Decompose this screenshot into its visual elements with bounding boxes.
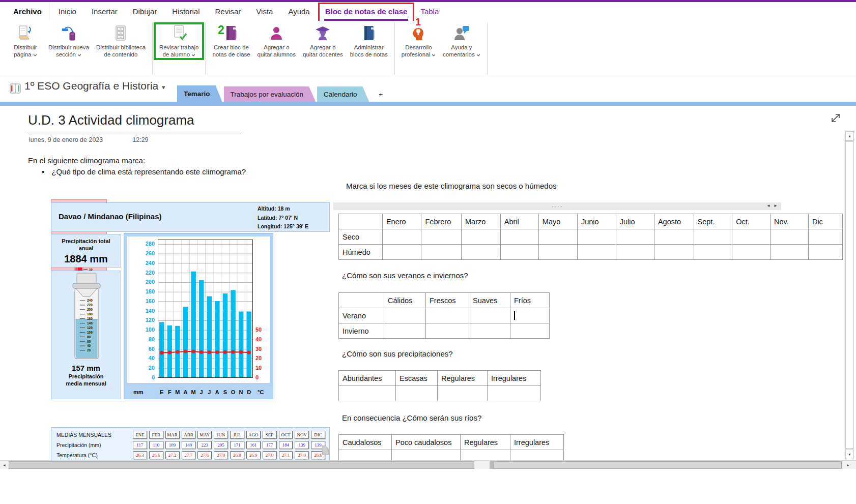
column-header-cell[interactable]: Irregulares xyxy=(510,435,564,450)
answer-cell[interactable] xyxy=(500,245,538,260)
question-summer-winter[interactable]: ¿Cómo son sus veranos e inviernos? xyxy=(342,271,468,280)
answer-cell[interactable] xyxy=(654,245,694,260)
scrollbar-splitter[interactable] xyxy=(490,461,493,469)
column-header-cell[interactable]: Escasas xyxy=(396,371,438,386)
expand-page-icon[interactable] xyxy=(830,112,842,124)
menu-item-bloc-de-notas-de-clase[interactable]: Bloc de notas de clase xyxy=(322,2,411,21)
column-header-cell[interactable]: Regulares xyxy=(438,371,488,386)
ribbon-button-distribuir-biblioteca-de-contenido[interactable]: Distribuir bibliotecade contenido xyxy=(93,22,149,58)
ribbon-button-ayuda-y-comentarios[interactable]: Ayuda ycomentarios xyxy=(439,22,484,58)
row-label-cell[interactable]: Verano xyxy=(339,308,384,323)
answer-cell[interactable] xyxy=(488,386,541,401)
answer-cell[interactable] xyxy=(577,229,616,245)
ribbon-button-distribuir-p-gina[interactable]: Distribuirpágina xyxy=(6,22,45,58)
corner-cell[interactable] xyxy=(339,214,383,229)
row-label-cell[interactable]: Seco xyxy=(339,229,383,245)
table-scroll-arrows[interactable]: ◄ ► xyxy=(766,203,779,208)
question-rivers[interactable]: En consecuencia ¿Cómo serán sus ríos? xyxy=(342,413,481,422)
climogram-image[interactable]: Davao / Mindanao (Filipinas) Altitud: 18… xyxy=(51,199,330,431)
column-header-cell[interactable]: Frescos xyxy=(426,293,469,308)
menu-item-revisar[interactable]: Revisar xyxy=(212,2,244,21)
menu-item-dibujar[interactable]: Dibujar xyxy=(130,2,160,21)
column-header-cell[interactable]: Marzo xyxy=(462,214,501,229)
column-header-cell[interactable]: Mayo xyxy=(538,214,577,229)
column-header-cell[interactable]: Caudalosos xyxy=(339,435,392,450)
horizontal-scroll-thumb[interactable] xyxy=(9,461,474,469)
section-tab-+[interactable]: + xyxy=(370,86,394,102)
menu-item-tabla[interactable]: Tabla xyxy=(417,2,442,21)
section-tab-trabajos-por-evaluaci-n[interactable]: Trabajos por evaluación xyxy=(224,86,316,102)
answer-cell[interactable] xyxy=(426,323,469,339)
row-label-cell[interactable]: Húmedo xyxy=(339,245,383,260)
vertical-scroll-thumb[interactable] xyxy=(845,141,854,449)
ribbon-button-revisar-trabajo-de-alumno[interactable]: Revisar trabajode alumno xyxy=(156,22,202,58)
notebook-dropdown-icon[interactable]: ▾ xyxy=(162,83,165,91)
answer-cell[interactable] xyxy=(694,229,732,245)
column-header-cell[interactable]: Enero xyxy=(382,214,421,229)
menu-item-archivo[interactable]: Archivo xyxy=(6,2,49,21)
answer-cell[interactable] xyxy=(538,229,577,245)
column-header-cell[interactable]: Irregulares xyxy=(488,371,541,386)
secondary-scroll-region[interactable] xyxy=(493,461,842,469)
column-header-cell[interactable]: Fríos xyxy=(510,293,550,308)
column-header-cell[interactable]: Regulares xyxy=(461,435,510,450)
answer-cell[interactable] xyxy=(510,323,550,339)
answer-cell[interactable] xyxy=(770,245,808,260)
page-title[interactable]: U.D. 3 Actividad climograma xyxy=(28,112,194,128)
answer-cell[interactable] xyxy=(339,386,396,401)
section-tab-calendario[interactable]: Calendario xyxy=(317,86,369,102)
answer-cell[interactable] xyxy=(500,229,538,245)
ribbon-button-agregar-o-quitar-docentes[interactable]: Agregar oquitar docentes xyxy=(299,22,347,58)
column-header-cell[interactable]: Sept. xyxy=(694,214,732,229)
answer-cell[interactable] xyxy=(339,450,392,461)
menu-item-ayuda[interactable]: Ayuda xyxy=(285,2,312,21)
menu-item-insertar[interactable]: Insertar xyxy=(89,2,121,21)
page-curl-icon[interactable] xyxy=(321,444,331,458)
column-header-cell[interactable]: Febrero xyxy=(421,214,462,229)
answer-cell[interactable] xyxy=(577,245,616,260)
answer-cell[interactable] xyxy=(510,450,564,461)
answer-cell[interactable] xyxy=(808,245,842,260)
column-header-cell[interactable]: Oct. xyxy=(732,214,771,229)
scroll-right-button[interactable]: ► xyxy=(844,461,852,468)
menu-item-historial[interactable]: Historial xyxy=(169,2,203,21)
menu-item-inicio[interactable]: Inicio xyxy=(55,2,79,21)
ribbon-button-administrar-blocs-de-notas[interactable]: Administrarblocs de notas xyxy=(347,22,391,58)
answer-cell[interactable] xyxy=(384,323,426,339)
answer-cell[interactable] xyxy=(538,245,577,260)
answer-cell[interactable] xyxy=(770,229,808,245)
column-header-cell[interactable]: Dic xyxy=(808,214,842,229)
answer-cell[interactable] xyxy=(421,229,462,245)
answer-cell[interactable] xyxy=(469,308,510,323)
answer-cell[interactable] xyxy=(616,245,654,260)
column-header-cell[interactable]: Suaves xyxy=(469,293,510,308)
column-header-cell[interactable]: Abundantes xyxy=(339,371,396,386)
answer-cell[interactable] xyxy=(732,229,771,245)
answer-cell[interactable] xyxy=(462,229,501,245)
row-label-cell[interactable]: Invierno xyxy=(339,323,384,339)
answer-cell[interactable] xyxy=(382,229,421,245)
column-header-cell[interactable]: Nov. xyxy=(770,214,808,229)
answer-cell[interactable] xyxy=(461,450,510,461)
scroll-down-button[interactable]: ▼ xyxy=(845,450,854,459)
section-tab-temario[interactable]: Temario xyxy=(177,85,222,102)
vertical-scrollbar[interactable]: ▲ ▼ xyxy=(844,130,854,460)
corner-cell[interactable] xyxy=(339,293,384,308)
answer-cell[interactable] xyxy=(421,245,462,260)
answer-cell[interactable] xyxy=(426,308,469,323)
answer-cell[interactable] xyxy=(462,245,501,260)
table-handle-bar[interactable]: ···· ◄ ► xyxy=(333,202,781,210)
answer-cell[interactable] xyxy=(694,245,732,260)
question-precipitation[interactable]: ¿Cómo son sus precipitaciones? xyxy=(342,349,453,358)
answer-cell[interactable] xyxy=(382,245,421,260)
answer-cell[interactable] xyxy=(732,245,771,260)
answer-cell[interactable] xyxy=(384,308,426,323)
column-header-cell[interactable]: Poco caudalosos xyxy=(392,435,461,450)
menu-item-vista[interactable]: Vista xyxy=(253,2,276,21)
answer-cell[interactable] xyxy=(808,229,842,245)
notebook-title[interactable]: 1º ESO Geografía e Historia xyxy=(24,80,158,92)
column-header-cell[interactable]: Cálidos xyxy=(384,293,426,308)
intro-text[interactable]: En el siguiente climograma marca: xyxy=(28,156,145,165)
answer-cell[interactable] xyxy=(616,229,654,245)
ribbon-button-distribuir-nueva-secci-n[interactable]: Distribuir nuevasección xyxy=(45,22,93,58)
